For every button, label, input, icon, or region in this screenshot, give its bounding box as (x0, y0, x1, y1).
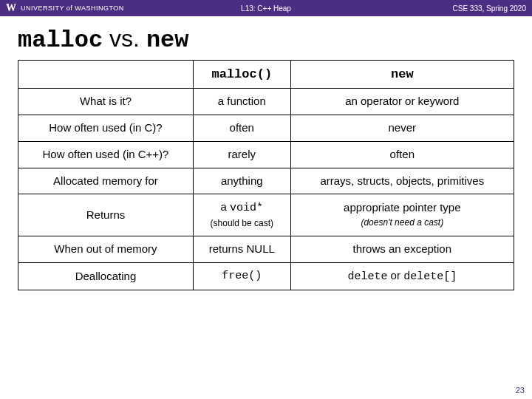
header-empty (18, 61, 194, 89)
cell-new: delete or delete[] (290, 262, 514, 290)
title-code-malloc: malloc (18, 27, 103, 54)
comparison-table-wrap: malloc() new What is it? a function an o… (0, 60, 532, 290)
returns-malloc-main: a void* (221, 200, 264, 213)
lecture-title: L13: C++ Heap (241, 4, 291, 13)
brand: W UNIVERSITY of WASHINGTON (6, 2, 124, 14)
dealloc-or: or (387, 269, 403, 282)
cell-malloc: anything (193, 168, 290, 194)
cell-malloc: returns NULL (193, 236, 290, 262)
returns-new-main: appropriate pointer type (344, 201, 460, 214)
cell-malloc: a void* (should be cast) (193, 194, 290, 236)
row-label: What is it? (18, 89, 194, 115)
table-row: How often used (in C)? often never (18, 115, 514, 142)
table-row: Returns a void* (should be cast) appropr… (18, 194, 514, 236)
row-label: Deallocating (18, 262, 194, 290)
course-info: CSE 333, Spring 2020 (452, 4, 526, 13)
title-code-new: new (146, 27, 189, 54)
row-label: How often used (in C++)? (18, 141, 194, 168)
dealloc-delete: delete (347, 270, 387, 283)
table-row: What is it? a function an operator or ke… (18, 89, 514, 115)
row-label: Allocated memory for (18, 168, 194, 194)
dealloc-delete-arr: delete[] (403, 270, 457, 283)
uw-logo-icon: W (6, 2, 16, 14)
comparison-table: malloc() new What is it? a function an o… (18, 60, 514, 290)
university-name: UNIVERSITY of WASHINGTON (21, 4, 124, 12)
row-label: When out of memory (18, 236, 194, 262)
cell-new: often (290, 141, 514, 168)
cell-malloc: often (193, 115, 290, 142)
cell-new: an operator or keyword (290, 89, 514, 115)
page-number: 23 (516, 386, 525, 395)
cell-new: arrays, structs, objects, primitives (290, 168, 514, 194)
table-row: How often used (in C++)? rarely often (18, 141, 514, 168)
cell-new: appropriate pointer type (doesn't need a… (290, 194, 514, 236)
cell-new: throws an exception (290, 236, 514, 262)
row-label: How often used (in C)? (18, 115, 194, 142)
table-header-row: malloc() new (18, 61, 514, 89)
header-bar: W UNIVERSITY of WASHINGTON L13: C++ Heap… (0, 0, 532, 16)
cell-new: never (290, 115, 514, 142)
returns-malloc-sub: (should be cast) (211, 218, 273, 228)
table-row: Deallocating free() delete or delete[] (18, 262, 514, 290)
cell-malloc: a function (193, 89, 290, 115)
title-vs: vs. (103, 25, 146, 52)
slide-title: malloc vs. new (0, 16, 532, 60)
cell-malloc: free() (193, 262, 290, 290)
table-row: Allocated memory for anything arrays, st… (18, 168, 514, 194)
row-label: Returns (18, 194, 194, 236)
cell-malloc: rarely (193, 141, 290, 168)
table-row: When out of memory returns NULL throws a… (18, 236, 514, 262)
returns-new-sub: (doesn't need a cast) (361, 217, 443, 228)
header-new: new (290, 61, 514, 89)
header-malloc: malloc() (193, 61, 290, 89)
